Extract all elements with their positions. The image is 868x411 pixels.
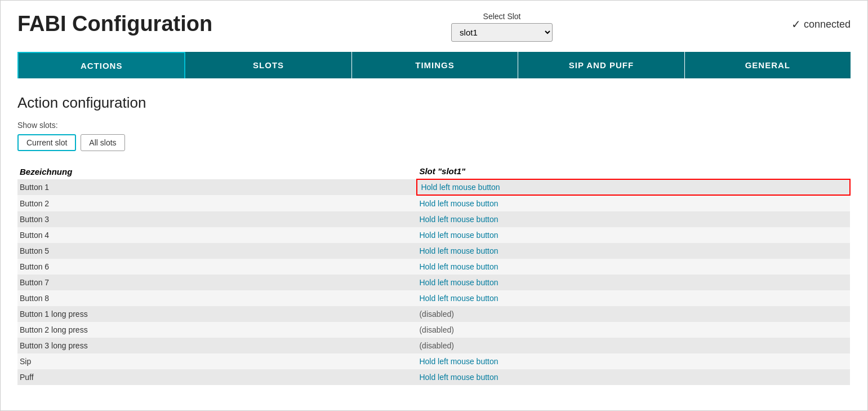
row-bezeichnung: Sip <box>17 353 417 369</box>
row-bezeichnung: Button 8 <box>17 290 417 306</box>
slot-selector-area: Select Slot slot1 slot2 slot3 <box>451 12 553 42</box>
row-action[interactable]: Hold left mouse button <box>417 195 850 211</box>
table-row: Button 1 long press(disabled) <box>17 306 850 322</box>
current-slot-button[interactable]: Current slot <box>17 134 76 151</box>
table-row: Button 4Hold left mouse button <box>17 227 850 243</box>
connected-label: connected <box>804 19 851 30</box>
row-action[interactable]: Hold left mouse button <box>417 259 850 275</box>
row-action[interactable]: Hold left mouse button <box>417 369 850 385</box>
table-row: Button 3 long press(disabled) <box>17 338 850 353</box>
row-bezeichnung: Button 6 <box>17 259 417 275</box>
tab-sip-and-puff[interactable]: SIP AND PUFF <box>518 52 684 78</box>
row-action[interactable]: Hold left mouse button <box>417 353 850 369</box>
row-bezeichnung: Button 2 long press <box>17 322 417 338</box>
action-link[interactable]: Hold left mouse button <box>419 357 498 366</box>
table-row: Button 3Hold left mouse button <box>17 211 850 227</box>
tab-actions[interactable]: ACTIONS <box>17 52 185 78</box>
col-bezeichnung: Bezeichnung <box>17 163 417 179</box>
app-title: FABI Configuration <box>17 12 212 36</box>
action-link[interactable]: Hold left mouse button <box>419 278 498 287</box>
table-row: Button 8Hold left mouse button <box>17 290 850 306</box>
row-bezeichnung: Button 3 <box>17 211 417 227</box>
row-action[interactable]: Hold left mouse button <box>417 227 850 243</box>
connection-status: ✓ connected <box>791 17 851 31</box>
col-slot: Slot "slot1" <box>417 163 850 179</box>
row-bezeichnung: Button 1 <box>17 179 417 195</box>
row-action[interactable]: Hold left mouse button <box>417 211 850 227</box>
table-row: Button 7Hold left mouse button <box>17 275 850 290</box>
table-row: SipHold left mouse button <box>17 353 850 369</box>
row-bezeichnung: Button 1 long press <box>17 306 417 322</box>
action-config-table: Bezeichnung Slot "slot1" Button 1Hold le… <box>17 163 851 385</box>
row-bezeichnung: Button 4 <box>17 227 417 243</box>
table-row: PuffHold left mouse button <box>17 369 850 385</box>
row-action[interactable]: Hold left mouse button <box>417 290 850 306</box>
nav-tabs: ACTIONS SLOTS TIMINGS SIP AND PUFF GENER… <box>17 52 851 78</box>
row-action: (disabled) <box>417 338 850 353</box>
action-config-section: Action configuration Show slots: Current… <box>17 94 851 385</box>
main-container: FABI Configuration Select Slot slot1 slo… <box>0 0 868 411</box>
table-header-row: Bezeichnung Slot "slot1" <box>17 163 850 179</box>
table-row: Button 2 long press(disabled) <box>17 322 850 338</box>
row-action[interactable]: Hold left mouse button <box>417 243 850 259</box>
header: FABI Configuration Select Slot slot1 slo… <box>17 12 851 42</box>
row-bezeichnung: Button 7 <box>17 275 417 290</box>
tab-slots[interactable]: SLOTS <box>185 52 351 78</box>
row-action: (disabled) <box>417 306 850 322</box>
table-row: Button 2Hold left mouse button <box>17 195 850 211</box>
row-action[interactable]: Hold left mouse button <box>417 275 850 290</box>
show-slots-label: Show slots: <box>17 121 851 130</box>
select-slot-label: Select Slot <box>483 12 521 21</box>
checkmark-icon: ✓ <box>791 17 801 31</box>
tab-timings[interactable]: TIMINGS <box>352 52 518 78</box>
row-action[interactable]: Hold left mouse button <box>417 179 850 195</box>
table-row: Button 5Hold left mouse button <box>17 243 850 259</box>
action-link[interactable]: Hold left mouse button <box>419 246 498 255</box>
row-bezeichnung: Button 3 long press <box>17 338 417 353</box>
section-title: Action configuration <box>17 94 851 112</box>
all-slots-button[interactable]: All slots <box>81 134 124 151</box>
action-link[interactable]: Hold left mouse button <box>419 199 498 208</box>
action-link[interactable]: Hold left mouse button <box>419 215 498 224</box>
row-action: (disabled) <box>417 322 850 338</box>
action-link[interactable]: Hold left mouse button <box>419 231 498 240</box>
slot-filter-buttons: Current slot All slots <box>17 134 851 151</box>
row-bezeichnung: Puff <box>17 369 417 385</box>
table-row: Button 1Hold left mouse button <box>17 179 850 195</box>
action-link[interactable]: Hold left mouse button <box>419 262 498 271</box>
table-row: Button 6Hold left mouse button <box>17 259 850 275</box>
action-link[interactable]: Hold left mouse button <box>421 183 500 192</box>
tab-general[interactable]: GENERAL <box>685 52 851 78</box>
action-link[interactable]: Hold left mouse button <box>419 373 498 382</box>
slot-select[interactable]: slot1 slot2 slot3 <box>451 23 553 42</box>
action-link[interactable]: Hold left mouse button <box>419 294 498 303</box>
row-bezeichnung: Button 5 <box>17 243 417 259</box>
row-bezeichnung: Button 2 <box>17 195 417 211</box>
